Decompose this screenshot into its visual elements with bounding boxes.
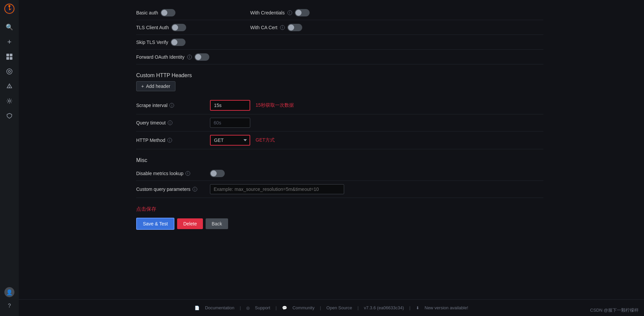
http-method-annotation: GET方式 [256, 137, 275, 143]
http-method-info-icon[interactable]: i [167, 138, 172, 143]
misc-section: Misc Disable metrics lookup i Custom que… [136, 157, 543, 198]
tls-client-auth-row: TLS Client Auth With CA Cert i [136, 20, 543, 35]
with-ca-cert-info-icon[interactable]: i [280, 25, 285, 30]
custom-query-info-icon[interactable]: i [193, 187, 197, 192]
query-timeout-input[interactable] [210, 118, 250, 128]
forward-oauth-toggle[interactable] [195, 53, 209, 61]
alerting-icon[interactable] [3, 80, 16, 93]
disable-metrics-info-icon[interactable]: i [185, 171, 190, 176]
actions-section: 点击保存 Save & Test Delete Back [136, 206, 543, 230]
open-source-link[interactable]: Open Source [326, 305, 352, 310]
new-version-link[interactable]: New version available! [425, 305, 468, 310]
custom-headers-title: Custom HTTP Headers [136, 72, 543, 78]
svg-point-2 [8, 5, 10, 7]
explore-icon[interactable] [3, 65, 16, 78]
svg-rect-5 [6, 54, 9, 56]
footer-community-icon: 💬 [282, 306, 287, 310]
add-header-plus-icon: + [141, 84, 144, 89]
sidebar: 🔍 + 👤 ? [0, 0, 19, 316]
scrape-interval-input[interactable] [210, 100, 250, 111]
documentation-link[interactable]: Documentation [205, 305, 234, 310]
basic-auth-toggle[interactable] [161, 9, 175, 16]
custom-query-row: Custom query parameters i [136, 181, 543, 198]
user-avatar[interactable]: 👤 [4, 287, 14, 297]
support-link[interactable]: Support [255, 305, 270, 310]
svg-rect-6 [10, 54, 12, 56]
with-ca-cert-label: With CA Cert [250, 25, 277, 30]
click-save-annotation: 点击保存 [136, 206, 543, 212]
with-credentials-toggle[interactable] [295, 9, 310, 16]
tls-client-auth-label: TLS Client Auth [136, 25, 169, 30]
back-button[interactable]: Back [206, 218, 228, 229]
help-icon[interactable]: ? [3, 299, 16, 313]
disable-metrics-toggle[interactable] [210, 170, 225, 177]
dashboard-icon[interactable] [3, 50, 16, 63]
grafana-logo[interactable] [3, 3, 15, 16]
misc-title: Misc [136, 157, 543, 163]
watermark: CSDN @服下一颗柠檬样 [590, 307, 639, 313]
svg-point-10 [8, 70, 10, 72]
with-ca-cert-toggle[interactable] [287, 24, 302, 31]
basic-auth-row: Basic auth With Credentials i [136, 5, 543, 20]
shield-icon[interactable] [3, 109, 16, 122]
svg-point-9 [7, 69, 12, 74]
save-test-button[interactable]: Save & Test [136, 218, 174, 230]
skip-tls-toggle[interactable] [171, 39, 185, 46]
http-method-row: HTTP Method i GET POST GET方式 [136, 131, 543, 149]
svg-point-13 [8, 100, 10, 102]
query-timeout-row: Query timeout i [136, 114, 543, 131]
http-method-select[interactable]: GET POST [210, 135, 250, 146]
main-content: Basic auth With Credentials i TLS Client… [19, 0, 644, 316]
footer: 📄 Documentation | ◎ Support | 💬 Communit… [19, 299, 644, 316]
add-header-label: Add header [146, 84, 170, 89]
add-header-button[interactable]: + Add header [136, 81, 175, 91]
custom-query-input[interactable] [210, 184, 344, 194]
disable-metrics-label: Disable metrics lookup [136, 171, 183, 176]
scrape-interval-annotation: 15秒获取一次数据 [256, 102, 294, 108]
forward-oauth-label: Forward OAuth Identity [136, 54, 184, 60]
footer-support-icon: ◎ [246, 306, 250, 310]
scrape-interval-label: Scrape interval [136, 103, 167, 108]
search-icon[interactable]: 🔍 [3, 20, 16, 34]
svg-point-12 [9, 87, 9, 88]
tls-client-auth-toggle[interactable] [171, 24, 186, 31]
query-timeout-label: Query timeout [136, 120, 166, 125]
query-timeout-info-icon[interactable]: i [168, 120, 172, 125]
disable-metrics-row: Disable metrics lookup i [136, 166, 543, 181]
svg-rect-8 [10, 57, 12, 60]
with-credentials-label: With Credentials [250, 10, 285, 15]
delete-button[interactable]: Delete [177, 218, 203, 229]
http-method-label: HTTP Method [136, 138, 165, 143]
custom-headers-section: Custom HTTP Headers + Add header [136, 72, 543, 91]
scrape-interval-info-icon[interactable]: i [169, 103, 174, 108]
skip-tls-row: Skip TLS Verify [136, 35, 543, 50]
skip-tls-label: Skip TLS Verify [136, 40, 168, 45]
footer-download-icon: ⬇ [416, 306, 419, 310]
svg-rect-7 [6, 57, 9, 60]
community-link[interactable]: Community [292, 305, 315, 310]
footer-doc-icon: 📄 [195, 306, 200, 310]
basic-auth-label: Basic auth [136, 10, 158, 15]
config-icon[interactable] [3, 94, 16, 108]
custom-query-label: Custom query parameters [136, 187, 191, 192]
buttons-row: Save & Test Delete Back [136, 218, 543, 230]
version-text: v7.3.6 (ea06633c34) [364, 305, 404, 310]
with-credentials-info-icon[interactable]: i [287, 10, 292, 15]
add-icon[interactable]: + [3, 35, 16, 49]
forward-oauth-info-icon[interactable]: i [187, 55, 192, 59]
scrape-interval-row: Scrape interval i 15秒获取一次数据 [136, 97, 543, 114]
forward-oauth-row: Forward OAuth Identity i [136, 50, 543, 64]
